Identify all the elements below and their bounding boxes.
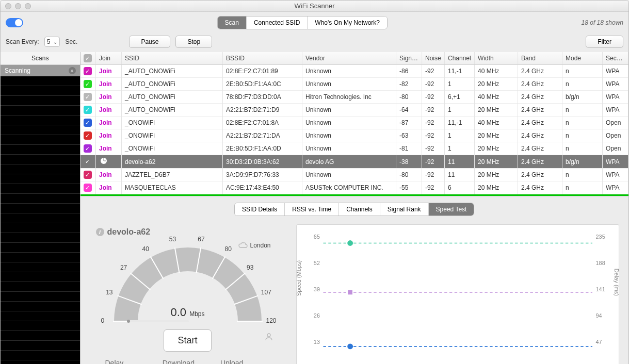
list-item[interactable]: [1, 282, 80, 292]
list-item[interactable]: [1, 302, 80, 311]
col-header[interactable]: Signal ⌄: [396, 52, 422, 65]
detail-tab-3[interactable]: Signal Rank: [380, 203, 429, 216]
list-item[interactable]: [1, 174, 80, 184]
list-item[interactable]: [1, 272, 80, 282]
list-item[interactable]: [1, 204, 80, 213]
pause-button[interactable]: Pause: [129, 36, 170, 48]
list-item[interactable]: [1, 233, 80, 243]
list-item[interactable]: [1, 86, 80, 96]
col-header[interactable]: Security: [603, 52, 628, 65]
join-button[interactable]: Join: [96, 169, 122, 181]
col-header[interactable]: Join: [96, 52, 122, 65]
list-item[interactable]: [1, 155, 80, 164]
col-header[interactable]: SSID: [122, 52, 223, 65]
close-icon[interactable]: ×: [69, 67, 76, 74]
list-item[interactable]: [1, 106, 80, 115]
cell: Unknown: [302, 129, 396, 142]
cell: 2.4 GHz: [518, 117, 562, 129]
table-row[interactable]: ✓JoinMASQUETECLASAC:9E:17:43:E4:50ASUSTe…: [80, 181, 628, 194]
join-button[interactable]: Join: [96, 181, 122, 194]
main-toolbar: ScanConnected SSIDWho's On My Network? 1…: [1, 12, 628, 34]
list-item[interactable]: [1, 360, 80, 364]
detail-tab-1[interactable]: RSSI vs. Time: [285, 203, 339, 216]
col-header[interactable]: Width: [475, 52, 518, 65]
svg-point-42: [347, 343, 353, 349]
list-item[interactable]: [1, 115, 80, 125]
col-header[interactable]: Vendor: [302, 52, 396, 65]
cell: 40 MHz: [475, 117, 518, 129]
stat-ul: Upload10.6 Mbps: [220, 359, 261, 364]
list-item[interactable]: [1, 321, 80, 331]
cell: WPA: [603, 91, 628, 104]
list-item[interactable]: [1, 135, 80, 145]
list-item[interactable]: [1, 164, 80, 174]
stop-button[interactable]: Stop: [175, 36, 212, 48]
table-row[interactable]: ✓Join_ONOWiFi02:8E:F2:C7:01:8AUnknown-87…: [80, 117, 628, 129]
list-item[interactable]: [1, 331, 80, 341]
gauge-tick-label: 107: [261, 289, 271, 296]
chevron-down-icon: ⌄: [53, 39, 57, 45]
join-button[interactable]: Join: [96, 78, 122, 91]
list-item[interactable]: [1, 194, 80, 204]
list-item[interactable]: [1, 311, 80, 321]
cell: b/g/n: [562, 91, 603, 104]
list-item[interactable]: [1, 243, 80, 253]
join-button[interactable]: Join: [96, 142, 122, 155]
scanning-row[interactable]: Scanning ×: [1, 65, 80, 76]
col-header[interactable]: Band: [518, 52, 562, 65]
cell: 11: [445, 155, 475, 169]
svg-text:52: 52: [313, 260, 319, 266]
join-button[interactable]: [96, 155, 122, 169]
join-button[interactable]: Join: [96, 65, 122, 78]
table-row[interactable]: ✓devolo-a6230:D3:2D:0B:3A:62devolo AG-38…: [80, 155, 628, 169]
col-header[interactable]: Channel: [445, 52, 475, 65]
join-button[interactable]: Join: [96, 129, 122, 142]
list-item[interactable]: [1, 76, 80, 86]
list-item[interactable]: [1, 213, 80, 223]
col-header[interactable]: Noise: [422, 52, 445, 65]
table-row[interactable]: ✓Join_ONOWiFiA2:21:B7:D2:71:DAUnknown-63…: [80, 129, 628, 142]
table-row[interactable]: ✓Join_ONOWiFi2E:B0:5D:F1:AA:0DUnknown-81…: [80, 142, 628, 155]
main-tab-0[interactable]: Scan: [218, 16, 247, 29]
main-tab-2[interactable]: Who's On My Network?: [308, 16, 387, 29]
filter-button[interactable]: Filter: [586, 36, 623, 48]
cell: MASQUETECLAS: [122, 181, 223, 194]
list-item[interactable]: [1, 125, 80, 135]
table-row[interactable]: ✓Join_AUTO_ONOWiFi78:8D:F7:D3:DD:0AHitro…: [80, 91, 628, 104]
detail-tab-0[interactable]: SSID Details: [235, 203, 285, 216]
info-icon[interactable]: i: [96, 228, 104, 236]
table-row[interactable]: ✓Join_AUTO_ONOWiFi02:8E:F2:C7:01:89Unkno…: [80, 65, 628, 78]
detail-tab-2[interactable]: Channels: [339, 203, 380, 216]
scan-every-select[interactable]: 5 ⌄: [44, 37, 60, 47]
server-indicator: London: [238, 242, 270, 249]
join-button[interactable]: Join: [96, 104, 122, 117]
list-item[interactable]: [1, 292, 80, 302]
list-item[interactable]: [1, 223, 80, 233]
col-header[interactable]: Mode: [562, 52, 603, 65]
cell: n: [562, 65, 603, 78]
list-item[interactable]: [1, 145, 80, 155]
list-item[interactable]: [1, 184, 80, 194]
sidebar: Scans Scanning ×: [1, 52, 80, 364]
cell: 2.4 GHz: [518, 104, 562, 117]
cell: WPA: [603, 78, 628, 91]
list-item[interactable]: [1, 253, 80, 262]
join-button[interactable]: Join: [96, 117, 122, 129]
col-header[interactable]: BSSID: [223, 52, 302, 65]
cell: 1: [445, 142, 475, 155]
cell: 2.4 GHz: [518, 181, 562, 194]
y2-axis-label: Delay (ms): [614, 268, 620, 295]
list-item[interactable]: [1, 262, 80, 272]
list-item[interactable]: [1, 351, 80, 360]
cell: 20 MHz: [475, 104, 518, 117]
detail-tab-4[interactable]: Speed Test: [429, 203, 474, 216]
table-row[interactable]: ✓JoinJAZZTEL_D6B73A:D9:9F:D7:76:33Unknow…: [80, 169, 628, 181]
scan-toggle[interactable]: [6, 18, 23, 27]
cell: WPA: [603, 155, 628, 169]
list-item[interactable]: [1, 341, 80, 351]
main-tab-1[interactable]: Connected SSID: [247, 16, 308, 29]
table-row[interactable]: ✓Join_AUTO_ONOWiFi2E:B0:5D:F1:AA:0CUnkno…: [80, 78, 628, 91]
list-item[interactable]: [1, 96, 80, 106]
table-row[interactable]: ✓Join_AUTO_ONOWiFiA2:21:B7:D2:71:D9Unkno…: [80, 104, 628, 117]
join-button[interactable]: Join: [96, 91, 122, 104]
